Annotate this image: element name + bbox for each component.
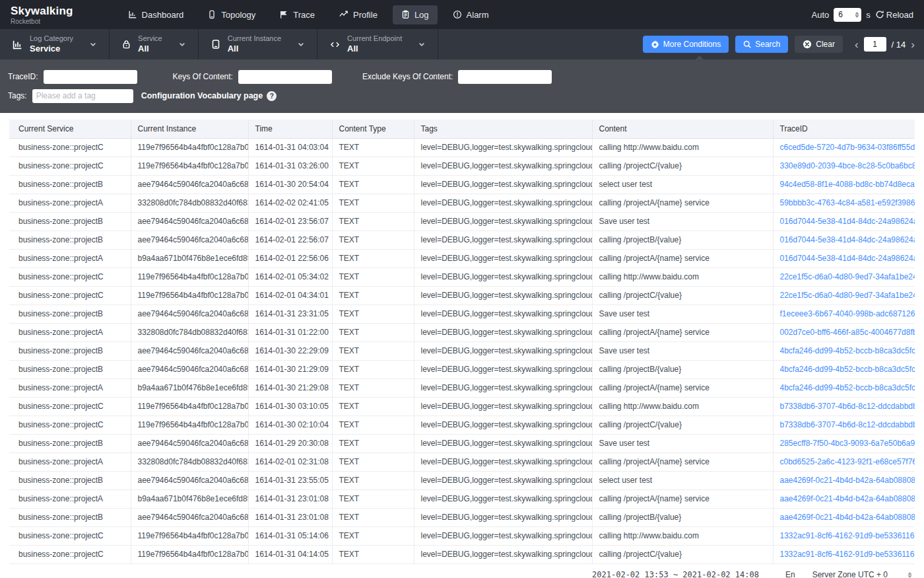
toolbar-actions: More Conditions Search Clear ‹ 1 / 14 › — [643, 29, 924, 59]
nav-item-topology[interactable]: Topology — [199, 5, 264, 24]
service-selector[interactable]: Service All — [110, 29, 199, 59]
content-cell: calling /projectC/{value} — [592, 545, 773, 563]
log-row[interactable]: business-zone::projectA332808d0fc784db08… — [9, 452, 915, 471]
log-row[interactable]: business-zone::projectC119e7f96564b4a4fb… — [9, 545, 915, 563]
trace-id-link[interactable]: b7338db6-3707-4b6d-8c12-ddcdabbdb45a — [780, 420, 915, 429]
trace-id-link[interactable]: 4bcfa246-dd99-4b52-bccb-b8ca3dc5fc94 — [780, 383, 915, 392]
service-cell: business-zone::projectB — [9, 305, 131, 323]
trace-id-link[interactable]: c0bd6525-2a6c-4123-92f1-e68ce57f767d — [780, 457, 915, 466]
log-row[interactable]: business-zone::projectAb9a4aa671b0f476b8… — [9, 379, 915, 397]
log-row[interactable]: business-zone::projectC119e7f96564b4a4fb… — [9, 526, 915, 545]
trace-id-link[interactable]: 22ce1f5c-d6a0-4d80-9ed7-34afa1be2490 — [780, 272, 915, 281]
configuration-vocabulary-link[interactable]: Configuration Vocabulary page — [141, 91, 263, 100]
trace-id-input[interactable] — [44, 70, 137, 84]
app-logo[interactable]: Skywalking Rocketbot — [11, 5, 82, 25]
nav-item-trace[interactable]: Trace — [271, 5, 323, 24]
log-row[interactable]: business-zone::projectC119e7f96564b4a4fb… — [9, 286, 915, 305]
time-cell: 1614-01-31 23:01:08 — [248, 508, 332, 526]
log-row[interactable]: business-zone::projectA332808d0fc784db08… — [9, 194, 915, 212]
log-row[interactable]: business-zone::projectC119e7f96564b4a4fb… — [9, 268, 915, 286]
log-category-selector[interactable]: Log Category Service — [0, 29, 110, 59]
search-button[interactable]: Search — [735, 36, 788, 53]
current-endpoint-selector[interactable]: Current Endpoint All — [317, 29, 438, 59]
trace-id-link[interactable]: 016d7044-5e38-41d4-84dc-24a98624a30e — [780, 217, 915, 226]
trace-id-link[interactable]: 016d7044-5e38-41d4-84dc-24a98624a30e — [780, 235, 915, 244]
exclude-keys-input[interactable] — [458, 70, 552, 84]
more-conditions-button[interactable]: More Conditions — [643, 36, 729, 53]
log-row[interactable]: business-zone::projectC119e7f96564b4a4fb… — [9, 138, 915, 157]
prev-page-arrow[interactable]: ‹ — [855, 39, 859, 50]
nav-item-dashboard[interactable]: Dashboard — [119, 5, 193, 24]
trace-id-link[interactable]: b7338db6-3707-4b6d-8c12-ddcdabbdb45a — [780, 402, 915, 411]
current-instance-selector[interactable]: Current Instance All — [199, 29, 317, 59]
trace-id-link[interactable]: 1332ac91-8cf6-4162-91d9-be53361168a9 — [780, 550, 915, 559]
zone-stepper-icon[interactable] — [908, 572, 912, 578]
time-cell: 1614-02-01 04:34:01 — [248, 286, 332, 305]
tags-cell: level=DEBUG,logger=test.skywalking.sprin… — [414, 212, 592, 231]
trace-id-link[interactable]: 22ce1f5c-d6a0-4d80-9ed7-34afa1be2490 — [780, 291, 915, 300]
trace-id-link[interactable]: 016d7044-5e38-41d4-84dc-24a98624a30e — [780, 254, 915, 263]
nav-item-label: Trace — [293, 10, 315, 20]
time-cell: 1614-01-31 01:22:00 — [248, 323, 332, 342]
language-toggle[interactable]: En — [785, 570, 795, 578]
help-icon[interactable]: ? — [267, 91, 277, 101]
content-type-cell: TEXT — [332, 508, 414, 526]
trace-id-link[interactable]: 4bcfa246-dd99-4b52-bccb-b8ca3dc5fc94 — [780, 365, 915, 374]
nav-item-label: Log — [414, 10, 429, 20]
trace-id-link[interactable]: c6ced5de-5720-4d7b-9634-03f86ff55d30 — [780, 143, 915, 152]
next-page-arrow[interactable]: › — [911, 39, 915, 50]
content-type-cell: TEXT — [332, 157, 414, 175]
instance-cell: b9a4aa671b0f476b8e1ece6fd8f... — [131, 379, 248, 397]
trace-id-link[interactable]: 002d7ce0-bff6-466f-a85c-4004677d8fbf — [780, 328, 915, 337]
trace-id-link[interactable]: aae4269f-0c21-4b4d-b42a-64ab08808ac8 — [780, 494, 915, 503]
log-row[interactable]: business-zone::projectC119e7f96564b4a4fb… — [9, 397, 915, 415]
trace-id-link[interactable]: 1332ac91-8cf6-4162-91d9-be53361168a9 — [780, 531, 915, 540]
instance-cell: aee79464c59046fca2040a6c68... — [131, 434, 248, 452]
tags-input[interactable] — [32, 89, 133, 103]
trace-id-link[interactable]: 94c4ed58-8f1e-4088-bd8c-bb74d8eca703 — [780, 180, 915, 189]
service-cell: business-zone::projectB — [9, 231, 131, 249]
log-row[interactable]: business-zone::projectBaee79464c59046fca… — [9, 305, 915, 323]
log-row[interactable]: business-zone::projectBaee79464c59046fca… — [9, 212, 915, 231]
auto-interval-input[interactable]: 6 — [834, 8, 861, 22]
log-row[interactable]: business-zone::projectBaee79464c59046fca… — [9, 360, 915, 379]
chevron-down-icon — [297, 40, 305, 48]
log-row[interactable]: business-zone::projectBaee79464c59046fca… — [9, 508, 915, 526]
selector-group: Log Category Service Service All Current… — [0, 29, 438, 59]
time-range-picker[interactable]: 2021-02-02 13:53 ~ 2021-02-02 14:08 — [592, 570, 759, 578]
log-row[interactable]: business-zone::projectBaee79464c59046fca… — [9, 434, 915, 452]
nav-item-alarm[interactable]: Alarm — [444, 5, 498, 24]
trace-id-cell: 4bcfa246-dd99-4b52-bccb-b8ca3dc5fc94 — [773, 342, 915, 360]
log-row[interactable]: business-zone::projectBaee79464c59046fca… — [9, 471, 915, 489]
trace-id-link[interactable]: 59bbbb3c-4763-4c84-a581-e592f39865bd — [780, 198, 915, 207]
page-number-input[interactable]: 1 — [864, 37, 886, 52]
keys-of-content-input[interactable] — [238, 70, 332, 84]
log-row[interactable]: business-zone::projectC119e7f96564b4a4fb… — [9, 415, 915, 434]
selector-value: All — [138, 44, 162, 54]
trace-id-link[interactable]: aae4269f-0c21-4b4d-b42a-64ab08808ac8 — [780, 476, 915, 485]
time-cell: 1614-01-31 23:31:05 — [248, 305, 332, 323]
selector-label: Current Endpoint — [347, 34, 402, 44]
trace-id-link[interactable]: 330e89d0-2039-4bce-8c28-5c0ba6bc8ce7 — [780, 161, 915, 170]
column-header-content-type: Content Type — [332, 120, 414, 138]
nav-item-profile[interactable]: Profile — [330, 5, 386, 24]
log-row[interactable]: business-zone::projectAb9a4aa671b0f476b8… — [9, 489, 915, 508]
instance-cell: 332808d0fc784db08832d40f683... — [131, 194, 248, 212]
stepper-arrows-icon[interactable] — [855, 12, 859, 18]
log-row[interactable]: business-zone::projectBaee79464c59046fca… — [9, 175, 915, 194]
trace-id-link[interactable]: aae4269f-0c21-4b4d-b42a-64ab08808ac8 — [780, 513, 915, 522]
time-cell: 1614-02-02 02:41:05 — [248, 194, 332, 212]
log-row[interactable]: business-zone::projectC119e7f96564b4a4fb… — [9, 157, 915, 175]
clear-button[interactable]: Clear — [795, 36, 843, 53]
service-cell: business-zone::projectB — [9, 212, 131, 231]
reload-button[interactable]: Reload — [875, 10, 913, 20]
log-row[interactable]: business-zone::projectBaee79464c59046fca… — [9, 231, 915, 249]
nav-item-log[interactable]: Log — [393, 5, 438, 24]
log-row[interactable]: business-zone::projectBaee79464c59046fca… — [9, 342, 915, 360]
trace-id-link[interactable]: 285ecff8-7f50-4bc3-9093-6a7e50b6a9a3 — [780, 439, 915, 448]
trace-id-link[interactable]: 4bcfa246-dd99-4b52-bccb-b8ca3dc5fc94 — [780, 346, 915, 355]
log-row[interactable]: business-zone::projectAb9a4aa671b0f476b8… — [9, 249, 915, 268]
trace-id-link[interactable]: f1eceee3-6b67-4040-998b-adc6871261c1 — [780, 309, 915, 318]
log-row[interactable]: business-zone::projectA332808d0fc784db08… — [9, 323, 915, 342]
lock-icon — [121, 39, 131, 50]
